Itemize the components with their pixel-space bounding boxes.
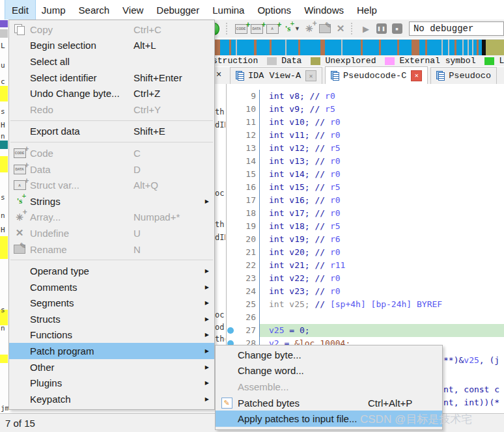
close-icon[interactable]: × [216,69,221,79]
breakpoint-gutter[interactable] [226,168,235,181]
menu-item-code[interactable]: CODE+CodeC [9,145,214,161]
breakpoint-gutter[interactable] [226,129,235,142]
menu-item-other[interactable]: Other▶ [9,359,214,375]
struct-var-button[interactable]: A+ [264,21,280,36]
menubar-item-windows[interactable]: Windows [298,0,350,20]
debugger-selector[interactable]: No debugger [409,21,504,36]
code-line-17[interactable]: 17int v16; // r0 [226,194,504,207]
menubar-item-edit[interactable]: Edit [5,0,35,20]
breakpoint-gutter[interactable] [226,207,235,220]
menubar-item-search[interactable]: Search [72,0,117,20]
code-line-11[interactable]: 11int v10; // r0 [226,116,504,129]
breakpoint-gutter[interactable] [226,285,235,298]
menu-item-structs[interactable]: Structs▶ [9,311,214,327]
breakpoint-gutter[interactable] [226,324,235,337]
breakpoint-gutter[interactable] [226,155,235,168]
code-line-16[interactable]: 16int v15; // r5 [226,181,504,194]
menu-item-array[interactable]: ✳+Array...Numpad+* [9,209,214,226]
navband-stripe [455,40,456,55]
code-line-19[interactable]: 19int v18; // r5 [226,220,504,233]
breakpoint-gutter[interactable] [226,233,235,246]
menu-item-begin-selection[interactable]: Begin selectionAlt+L [9,38,214,54]
menubar-item-help[interactable]: Help [350,0,384,20]
menu-item-comments[interactable]: Comments▶ [9,279,214,295]
menubar-item-view[interactable]: View [116,0,150,20]
breakpoint-gutter[interactable] [226,259,235,272]
breakpoint-gutter[interactable] [226,220,235,233]
menu-item-label: Change word... [238,365,368,376]
menu-item-functions[interactable]: Functions▶ [9,327,214,344]
breakpoint-gutter[interactable] [226,194,235,207]
menu-item-label: Struct var... [30,180,133,191]
code-line-25[interactable]: 25int v25; // [sp+4h] [bp-24h] BYREF [226,298,504,311]
menu-item-copy[interactable]: CopyCtrl+C [9,21,214,38]
code-text [260,311,504,324]
menu-item-strings[interactable]: 's+Strings▶ [9,193,214,209]
code-line-9[interactable]: 9int v8; // r0 [226,90,504,103]
menu-item-plugins[interactable]: Plugins▶ [9,375,214,391]
strings-button[interactable]: 's+ [280,21,296,36]
code-line-27[interactable]: 27v25 = 0; [226,324,504,337]
code-line-12[interactable]: 12int v11; // r0 [226,129,504,142]
tab-pseudoco[interactable]: Pseudoco [430,67,497,84]
code-line-26[interactable]: 26 [226,311,504,324]
menu-item-undefine[interactable]: ✕UndefineU [9,225,214,241]
breakpoint-gutter[interactable] [226,116,235,129]
breakpoint-gutter[interactable] [226,142,235,155]
make-code-button[interactable]: CODE+ [233,21,249,36]
code-line-22[interactable]: 22int v21; // r11 [226,259,504,272]
menubar-item-debugger[interactable]: Debugger [150,0,206,20]
code-line-21[interactable]: 21int v20; // r0 [226,246,504,259]
breakpoint-gutter[interactable] [226,298,235,311]
code-line-23[interactable]: 23int v22; // r0 [226,272,504,285]
menubar-item-lumina[interactable]: Lumina [206,0,251,20]
close-icon[interactable]: ✕ [411,70,422,81]
menubar-item-options[interactable]: Options [251,0,298,20]
menu-item-select-identifier[interactable]: Select identifierShift+Enter [9,70,214,86]
close-icon[interactable]: ✕ [305,70,316,81]
menu-item-undo-change-byte[interactable]: Undo Change byte...Ctrl+Z [9,85,214,101]
rename-button[interactable]: ✎ [317,21,333,36]
breakpoint-gutter[interactable] [226,246,235,259]
debugger-pause-button[interactable]: ❚❚ [374,21,389,36]
code-line-10[interactable]: 10int v9; // r5 [226,103,504,116]
navband-stripe [270,40,272,55]
debugger-start-button[interactable]: ▶ [358,21,374,36]
code-line-15[interactable]: 15int v14; // r0 [226,168,504,181]
breakpoint-icon[interactable] [227,327,234,334]
legend-item-data: Data [267,56,301,66]
menu-item-data[interactable]: DATA+DataD [9,161,214,178]
code-line-14[interactable]: 14int v13; // r0 [226,155,504,168]
breakpoint-gutter[interactable] [226,311,235,324]
menu-item-struct-var[interactable]: A+Struct var...Alt+Q [9,177,214,193]
code-line-18[interactable]: 18int v17; // r0 [226,207,504,220]
menu-item-patched-bytes[interactable]: ✎Patched bytesCtrl+Alt+P [216,395,442,411]
breakpoint-gutter[interactable] [226,103,235,116]
debugger-stop-button[interactable]: ■ [389,21,405,36]
array-button[interactable]: ✳+ [301,21,317,36]
code-line-13[interactable]: 13int v12; // r5 [226,142,504,155]
breakpoint-gutter[interactable] [226,272,235,285]
menu-item-export-data[interactable]: Export dataShift+E [9,124,214,140]
code-line-20[interactable]: 20int v19; // r6 [226,233,504,246]
breakpoint-gutter[interactable] [226,90,235,103]
make-data-button[interactable]: DATA+ [249,21,264,36]
tab-pseudocode-c[interactable]: Pseudocode-C✕ [325,66,428,84]
breakpoint-gutter[interactable] [226,181,235,194]
menu-item-change-word[interactable]: Change word... [216,363,442,379]
menu-item-patch-program[interactable]: Patch program▶ [9,343,214,359]
navband-stripe [254,40,257,55]
menu-item-assemble[interactable]: Assemble... [216,379,442,395]
menu-item-select-all[interactable]: Select all [9,53,214,70]
menu-item-change-byte[interactable]: Change byte... [216,347,442,363]
undefine-button[interactable]: ✕ [333,21,348,36]
code-line-24[interactable]: 24int v23; // r0 [226,285,504,298]
menu-item-operand-type[interactable]: Operand type▶ [9,263,214,279]
menu-item-redo[interactable]: RedoCtrl+Y [9,101,214,118]
menu-item-segments[interactable]: Segments▶ [9,295,214,312]
tab-ida-view-a[interactable]: IDA View-A✕ [230,67,322,84]
menubar-item-jump[interactable]: Jump [35,0,72,20]
menu-item-rename[interactable]: ✎RenameN [9,241,214,258]
menu-item-keypatch[interactable]: Keypatch▶ [9,391,214,407]
navigation-band[interactable] [212,39,504,55]
